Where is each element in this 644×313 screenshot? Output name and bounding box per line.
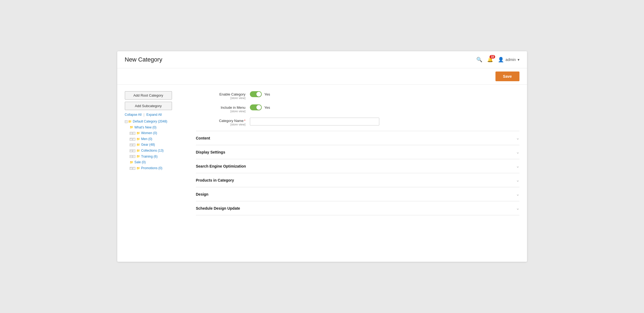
tree-node-link-women[interactable]: Women (0) xyxy=(141,130,157,136)
expander-box-men2[interactable]: − xyxy=(133,138,135,141)
expander-box-women[interactable]: + xyxy=(130,132,132,135)
add-subcategory-button[interactable]: Add Subcategory xyxy=(125,102,172,110)
accordion-content: Content ⌄ xyxy=(196,131,519,145)
folder-icon: 📁 xyxy=(128,119,132,124)
toggle-thumb-menu xyxy=(256,105,261,110)
expander-box-women2[interactable]: − xyxy=(133,132,135,135)
tree-node-women[interactable]: + − 📁 Women (0) xyxy=(130,130,190,136)
search-icon: 🔍 xyxy=(476,57,482,62)
folder-icon-women: 📁 xyxy=(136,131,140,136)
tree-node-promotions[interactable]: + − 📁 Promotions (0) xyxy=(130,165,190,171)
header-actions: 🔍 🔔 10 👤 admin ▾ xyxy=(476,57,519,63)
tree-expander-women: + − xyxy=(130,132,135,135)
user-name: admin xyxy=(505,57,516,62)
tree-node-link-sale[interactable]: Sale (0) xyxy=(135,159,146,165)
tree-node-link-whats-new[interactable]: What's New (0) xyxy=(135,125,157,131)
page-toolbar: Save xyxy=(117,68,527,85)
category-name-label: Category Name* xyxy=(219,119,245,123)
accordion-header-seo[interactable]: Search Engine Optimization ⌄ xyxy=(196,159,519,173)
tree-node-link-training[interactable]: Training (6) xyxy=(141,154,158,160)
expander-box-men[interactable]: + xyxy=(130,138,132,141)
folder-icon-men: 📁 xyxy=(136,137,140,142)
accordion-chevron-schedule: ⌄ xyxy=(516,206,519,211)
include-in-menu-value: Yes xyxy=(264,106,270,110)
folder-icon-sale: 📁 xyxy=(130,160,133,165)
tree-node-collections[interactable]: + − 📁 Collections (13) xyxy=(130,148,190,154)
expander-box-training2[interactable]: − xyxy=(133,155,135,158)
accordion-title-seo: Search Engine Optimization xyxy=(196,164,246,168)
accordion-header-schedule[interactable]: Schedule Design Update ⌄ xyxy=(196,201,519,215)
tree-node-link-default[interactable]: Default Category (2048) xyxy=(133,119,167,125)
accordion-chevron-content: ⌄ xyxy=(516,135,519,141)
expander-box-gear2[interactable]: − xyxy=(133,144,135,146)
user-icon: 👤 xyxy=(498,57,504,63)
page-title: New Category xyxy=(125,56,162,63)
enable-category-value: Yes xyxy=(264,92,270,96)
accordion-header-content[interactable]: Content ⌄ xyxy=(196,131,519,145)
tree-controls: Collapse All | Expand All xyxy=(125,113,190,117)
expander-box-promotions2[interactable]: − xyxy=(133,167,135,170)
category-name-input[interactable] xyxy=(250,118,379,125)
folder-icon-collections: 📁 xyxy=(136,148,140,154)
category-name-label-group: Category Name* [store view] xyxy=(196,118,250,126)
search-button[interactable]: 🔍 xyxy=(476,57,482,63)
tree-node-default[interactable]: − 📁 Default Category (2048) xyxy=(125,119,190,125)
include-in-menu-control: Yes xyxy=(250,104,519,110)
tree-expander-promotions: + − xyxy=(130,167,135,170)
save-button[interactable]: Save xyxy=(495,72,519,81)
tree-expander-training: + − xyxy=(130,155,135,158)
accordion-sections: Content ⌄ Display Settings ⌄ Search Engi… xyxy=(196,131,519,215)
user-menu-button[interactable]: 👤 admin ▾ xyxy=(498,57,519,63)
expander-box-collections2[interactable]: − xyxy=(133,149,135,152)
collapse-all-link[interactable]: Collapse All xyxy=(125,113,142,117)
accordion-schedule: Schedule Design Update ⌄ xyxy=(196,201,519,215)
tree-node-link-gear[interactable]: Gear (48) xyxy=(141,142,155,148)
add-root-category-button[interactable]: Add Root Category xyxy=(125,91,172,100)
enable-category-label-group: Enable Category [store view] xyxy=(196,91,250,100)
tree-expander-minus[interactable]: − xyxy=(125,120,128,123)
folder-icon-promotions: 📁 xyxy=(136,166,140,171)
tree-node-whats-new[interactable]: 📁 What's New (0) xyxy=(130,125,190,131)
include-in-menu-toggle[interactable] xyxy=(250,104,262,110)
enable-category-control: Yes xyxy=(250,91,519,97)
tree-expander-gear: + − xyxy=(130,144,135,146)
include-in-menu-sublabel: [store view] xyxy=(196,110,246,113)
enable-category-sublabel: [store view] xyxy=(196,96,246,100)
enable-category-toggle[interactable] xyxy=(250,91,262,97)
category-name-control xyxy=(250,118,519,125)
tree-node-sale[interactable]: 📁 Sale (0) xyxy=(130,159,190,165)
expander-box-training[interactable]: + xyxy=(130,155,132,158)
accordion-chevron-products: ⌄ xyxy=(516,178,519,183)
accordion-header-design[interactable]: Design ⌄ xyxy=(196,187,519,201)
expander-box-collections[interactable]: + xyxy=(130,149,132,152)
include-in-menu-row: Include in Menu [store view] Yes xyxy=(196,104,519,113)
accordion-header-display[interactable]: Display Settings ⌄ xyxy=(196,145,519,159)
tree-node-training[interactable]: + − 📁 Training (6) xyxy=(130,154,190,160)
accordion-products: Products in Category ⌄ xyxy=(196,173,519,187)
accordion-chevron-display: ⌄ xyxy=(516,149,519,155)
enable-category-label: Enable Category xyxy=(219,92,246,96)
accordion-chevron-design: ⌄ xyxy=(516,192,519,197)
expand-all-link[interactable]: Expand All xyxy=(146,113,162,117)
tree-node-men[interactable]: + − 📁 Men (0) xyxy=(130,136,190,142)
accordion-header-products[interactable]: Products in Category ⌄ xyxy=(196,173,519,187)
category-name-sublabel: [store view] xyxy=(196,123,246,126)
tree-node-link-men[interactable]: Men (0) xyxy=(141,136,152,142)
page-header: New Category 🔍 🔔 10 👤 admin ▾ xyxy=(117,51,527,68)
folder-icon-training: 📁 xyxy=(136,154,140,159)
tree-node-link-promotions[interactable]: Promotions (0) xyxy=(141,165,163,171)
accordion-title-display: Display Settings xyxy=(196,150,225,154)
notification-button[interactable]: 🔔 10 xyxy=(487,57,493,63)
required-marker: * xyxy=(244,119,245,123)
accordion-title-products: Products in Category xyxy=(196,178,234,182)
include-in-menu-label-group: Include in Menu [store view] xyxy=(196,104,250,113)
tree-node-gear[interactable]: + − 📁 Gear (48) xyxy=(130,142,190,148)
folder-icon-whats-new: 📁 xyxy=(130,125,133,130)
accordion-chevron-seo: ⌄ xyxy=(516,164,519,169)
enable-category-row: Enable Category [store view] Yes xyxy=(196,91,519,100)
tree-node-link-collections[interactable]: Collections (13) xyxy=(141,148,164,154)
expander-box-promotions[interactable]: + xyxy=(130,167,132,170)
category-sidebar: Add Root Category Add Subcategory Collap… xyxy=(125,91,190,215)
tree-children-default: 📁 What's New (0) + − 📁 Women (0) xyxy=(130,125,190,171)
expander-box-gear[interactable]: + xyxy=(130,144,132,146)
